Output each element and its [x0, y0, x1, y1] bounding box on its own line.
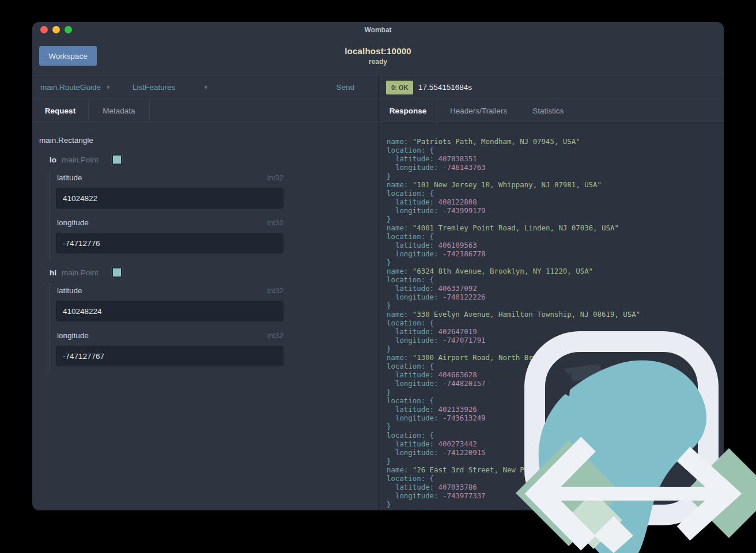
connection-status: ready [32, 58, 724, 66]
response-line: longitude: -746143763 [387, 163, 724, 172]
response-line: name: "Patriots Path, Mendham, NJ 07945,… [387, 137, 724, 146]
response-line: latitude: 400273442 [387, 440, 724, 448]
method-select-value: ListFeatures [133, 83, 175, 92]
duration-label: 17.554151684s [418, 75, 472, 99]
send-button[interactable]: Send [332, 75, 358, 99]
chevron-down-icon: ▾ [204, 84, 207, 91]
field-name: lo [50, 156, 56, 164]
response-line: } [387, 301, 724, 310]
tab-response[interactable]: Response [379, 99, 437, 122]
response-line: latitude: 406109563 [387, 241, 724, 249]
field-label: latitude [57, 173, 82, 183]
response-line: latitude: 402647019 [387, 327, 724, 336]
connection-info: localhost:10000 ready [32, 46, 724, 66]
response-line: name: "26 East 3rd Street, New Pr [387, 465, 724, 474]
titlebar: Wombat [32, 22, 724, 38]
response-body: name: "Patriots Path, Mendham, NJ 07945,… [379, 122, 724, 510]
screen: { "window": { "title": "Wombat" }, "head… [0, 0, 756, 553]
field-group-lo: latitude int32 longitude int32 [50, 170, 289, 260]
response-line: name: "1300 Airport Road, North Br [387, 353, 724, 362]
response-line: } [387, 344, 724, 353]
tab-metadata[interactable]: Metadata [89, 99, 150, 122]
field-checkbox-hi[interactable] [111, 267, 123, 278]
field-group-hi: latitude int32 longitude int32 [50, 283, 289, 373]
request-tabs: Request Metadata [32, 99, 378, 122]
field-label-row: longitude int32 [57, 331, 284, 340]
response-line: } [387, 258, 724, 267]
chevron-down-icon: ▾ [107, 84, 110, 91]
window-title: Wombat [32, 22, 724, 38]
field-kind: int32 [267, 331, 284, 340]
field-label: latitude [57, 286, 82, 296]
tab-statistics[interactable]: Statistics [520, 99, 576, 122]
toolbar-right: 0: OK 17.554151684s [379, 75, 724, 99]
response-tabs: Response Headers/Trailers Statistics [379, 99, 724, 122]
response-line: } [387, 457, 724, 465]
response-line: name: "330 Evelyn Avenue, Hamilton Towns… [387, 310, 724, 319]
lo-latitude-input[interactable] [56, 188, 284, 209]
field-label-row: latitude int32 [57, 173, 284, 183]
response-line: longitude: -741220915 [387, 448, 724, 457]
field-label-row: longitude int32 [57, 218, 284, 228]
response-line: location: { [387, 319, 724, 327]
header: Workspace localhost:10000 ready [32, 38, 724, 75]
response-line: longitude: -740122226 [387, 293, 724, 301]
response-line: } [387, 500, 724, 509]
response-line: latitude: 407033786 [387, 483, 724, 491]
response-line: latitude: 407838351 [387, 154, 724, 163]
response-line: location: { [387, 396, 724, 405]
response-line: } [387, 215, 724, 224]
response-line: latitude: 406337092 [387, 284, 724, 293]
field-kind: int32 [267, 218, 284, 228]
tab-request[interactable]: Request [32, 99, 89, 122]
response-line: longitude: -743999179 [387, 206, 724, 215]
field-kind: int32 [267, 286, 284, 296]
response-line: location: { [387, 232, 724, 241]
response-line: name: "4001 Tremley Point Road, Linden, … [387, 224, 724, 232]
status-badge: 0: OK [386, 81, 413, 94]
response-line: latitude: 404663628 [387, 370, 724, 379]
request-panel: main.Rectangle lo main.Point latitude in… [32, 122, 378, 510]
field-label: longitude [57, 331, 89, 340]
response-line: location: { [387, 146, 724, 154]
server-address: localhost:10000 [32, 46, 724, 56]
app-window: Wombat Workspace localhost:10000 ready m… [32, 22, 724, 510]
response-line: location: { [387, 431, 724, 440]
response-line: location: { [387, 474, 724, 483]
response-line: name: "6324 8th Avenue, Brooklyn, NY 112… [387, 267, 724, 275]
response-line: } [387, 172, 724, 180]
hi-latitude-input[interactable] [56, 301, 284, 321]
hi-longitude-input[interactable] [56, 346, 284, 366]
response-line: location: { [387, 189, 724, 198]
field-row-lo: lo main.Point [50, 154, 165, 165]
field-row-hi: hi main.Point [50, 267, 165, 278]
service-select-value: main.RouteGuide [40, 83, 101, 92]
field-type: main.Point [62, 268, 99, 277]
response-line: longitude: -747071791 [387, 336, 724, 344]
field-kind: int32 [267, 173, 284, 183]
method-select[interactable]: ListFeatures ▾ [133, 75, 207, 99]
service-select[interactable]: main.RouteGuide ▾ [40, 75, 110, 99]
field-type: main.Point [62, 156, 99, 164]
response-line: } [387, 388, 724, 396]
response-line: } [387, 422, 724, 431]
response-line: latitude: 408122808 [387, 198, 724, 206]
response-line: name: "101 New Jersey 10, Whippany, NJ 0… [387, 180, 724, 189]
field-label: longitude [57, 218, 89, 228]
field-checkbox-lo[interactable] [111, 154, 123, 165]
response-line: latitude: 402133926 [387, 405, 724, 414]
message-type-label: main.Rectangle [39, 136, 93, 145]
response-line: longitude: -743613249 [387, 414, 724, 422]
response-line: longitude: -744820157 [387, 379, 724, 388]
field-label-row: latitude int32 [57, 286, 284, 296]
tab-headers-trailers[interactable]: Headers/Trailers [437, 99, 520, 122]
lo-longitude-input[interactable] [56, 233, 284, 253]
response-line: location: { [387, 275, 724, 284]
response-line: name: " [387, 509, 724, 510]
response-line: longitude: -742186778 [387, 249, 724, 258]
field-name: hi [50, 268, 56, 277]
response-line: location: { [387, 362, 724, 370]
response-line: longitude: -743977337 [387, 491, 724, 500]
response-panel: name: "Patriots Path, Mendham, NJ 07945,… [379, 122, 724, 510]
toolbar-left: main.RouteGuide ▾ ListFeatures ▾ Send [32, 75, 378, 99]
